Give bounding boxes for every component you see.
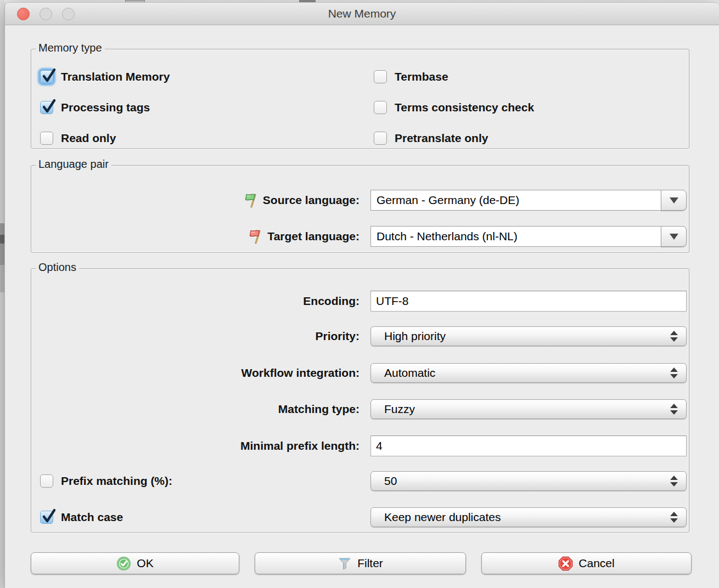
filter-button[interactable]: Filter [255,552,466,574]
background-scrollbar [0,265,4,292]
prefix-matching-label: Prefix matching (%): [61,474,172,488]
checkbox-box[interactable] [374,70,387,83]
match-case-row: Match case Keep newer duplicates [40,507,687,527]
source-language-row: Source language: German - Germany (de-DE… [40,190,687,211]
target-language-label: Target language: [267,230,360,243]
duplicates-select[interactable]: Keep newer duplicates [370,507,687,527]
titlebar[interactable]: New Memory [5,3,719,25]
cancel-x-icon [558,556,573,571]
prefix-matching-row: Prefix matching (%): 50 [40,471,687,491]
minimal-prefix-length-input[interactable] [370,436,687,456]
checkbox-label: Termbase [395,70,448,83]
checkbox-box[interactable] [374,101,387,114]
source-language-combobox[interactable]: German - Germany (de-DE) [370,190,687,211]
checkbox-label: Pretranslate only [395,132,488,145]
encoding-input[interactable] [370,291,687,312]
checkbox-processing-tags[interactable]: Processing tags [40,92,374,123]
source-language-dropdown-button[interactable] [661,190,687,211]
memory-type-group: Memory type Translation Memory Termbase [31,49,689,149]
encoding-row: Encoding: [40,291,687,312]
checkbox-box[interactable] [40,132,53,145]
checkbox-pretranslate-only[interactable]: Pretranslate only [374,123,687,154]
zoom-button [62,8,75,20]
priority-row: Priority: High priority [40,326,687,346]
target-language-value[interactable]: Dutch - Netherlands (nl-NL) [370,226,661,247]
target-language-row: Target language: Dutch - Netherlands (nl… [40,226,687,247]
ok-check-icon [116,556,131,571]
ok-button-label: OK [137,557,153,570]
priority-select[interactable]: High priority [370,326,687,346]
green-flag-icon [243,193,258,208]
stepper-arrows-icon [670,404,678,415]
workflow-integration-row: Workflow integration: Automatic [40,363,687,383]
options-group: Options Encoding: Priority: High priorit… [31,268,689,533]
minimal-prefix-length-label: Minimal prefix length: [240,439,360,453]
red-flag-icon [247,229,262,244]
background-scrollbar-thumb [0,235,4,244]
minimal-prefix-length-row: Minimal prefix length: [40,436,687,456]
checkbox-box[interactable] [40,101,53,114]
source-language-value[interactable]: German - Germany (de-DE) [370,190,661,211]
workflow-integration-select[interactable]: Automatic [370,363,687,383]
group-legend: Memory type [36,42,105,54]
prefix-matching-checkbox[interactable] [40,474,53,488]
filter-funnel-icon [338,556,352,570]
background-window-edge [0,0,4,588]
chevron-down-icon [670,197,678,203]
group-legend: Language pair [36,158,111,171]
window-title: New Memory [5,7,719,20]
stepper-arrows-icon [670,476,678,487]
checkbox-box[interactable] [374,132,387,145]
match-case-label: Match case [61,511,123,524]
target-language-dropdown-button[interactable] [661,226,687,247]
language-pair-group: Language pair Source language: German - … [31,165,689,253]
checkbox-read-only[interactable]: Read only [40,123,374,154]
background-scrollbar [0,223,4,265]
minimize-button [40,8,52,20]
checkbox-label: Translation Memory [61,70,170,83]
matching-type-label: Matching type: [278,403,360,416]
chevron-down-icon [670,234,678,240]
matching-type-select[interactable]: Fuzzy [370,399,687,419]
cancel-button[interactable]: Cancel [481,552,692,574]
new-memory-dialog: New Memory Memory type Translation Memor… [4,2,719,588]
checkbox-label: Terms consistency check [395,101,534,114]
checkbox-label: Read only [61,132,116,145]
source-language-label: Source language: [263,194,360,207]
close-button[interactable] [17,8,30,20]
cancel-button-label: Cancel [578,557,614,570]
checkbox-box[interactable] [40,70,53,83]
checkbox-terms-consistency-check[interactable]: Terms consistency check [374,92,687,123]
matching-type-row: Matching type: Fuzzy [40,399,687,419]
stepper-arrows-icon [670,331,678,342]
stepper-arrows-icon [670,368,678,378]
traffic-lights [17,3,75,25]
stepper-arrows-icon [670,512,678,523]
checkmark-icon [41,506,57,524]
match-case-checkbox[interactable] [40,511,53,524]
ok-button[interactable]: OK [31,552,239,574]
checkmark-icon [41,97,57,114]
prefix-matching-select[interactable]: 50 [370,471,687,491]
checkmark-icon [41,66,57,83]
filter-button-label: Filter [357,557,383,570]
checkbox-translation-memory[interactable]: Translation Memory [40,61,374,92]
encoding-label: Encoding: [303,295,360,308]
group-legend: Options [36,261,79,274]
target-language-combobox[interactable]: Dutch - Netherlands (nl-NL) [370,226,687,247]
checkbox-termbase[interactable]: Termbase [374,61,687,92]
workflow-integration-label: Workflow integration: [241,366,360,380]
priority-label: Priority: [315,330,360,343]
checkbox-label: Processing tags [61,101,150,114]
